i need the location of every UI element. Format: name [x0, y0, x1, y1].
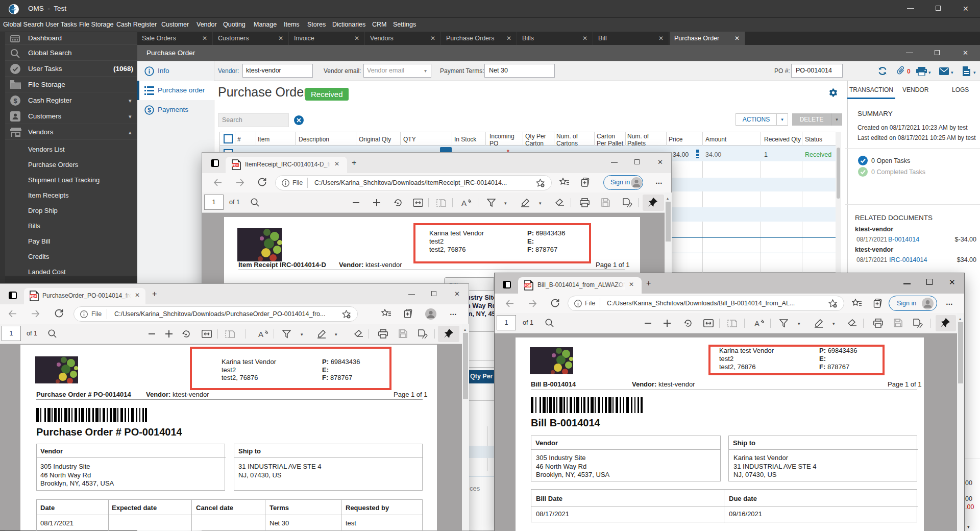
svg-text:PDF: PDF: [232, 163, 239, 167]
svg-text:$: $: [148, 107, 151, 114]
svg-text:A: A: [754, 319, 760, 328]
svg-text:PDF: PDF: [30, 295, 37, 298]
svg-text:A: A: [461, 199, 467, 207]
svg-text:$: $: [13, 97, 17, 105]
svg-text:A: A: [258, 330, 263, 339]
svg-text:PDF: PDF: [525, 284, 531, 287]
